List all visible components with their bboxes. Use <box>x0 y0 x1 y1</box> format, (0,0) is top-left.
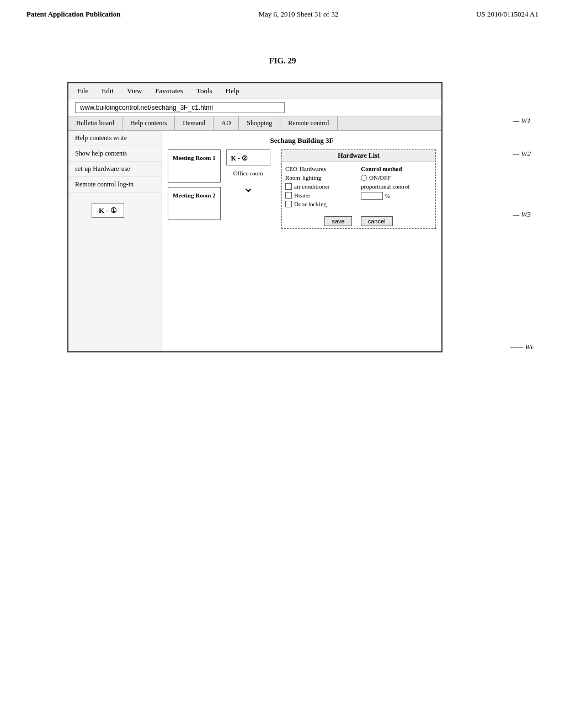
toolbar-demand[interactable]: Demand <box>175 116 214 130</box>
room-label: Room <box>285 174 300 181</box>
heater-checkbox[interactable] <box>285 192 292 199</box>
toolbar-bar: Bulletin board Help contents Demand AD S… <box>68 116 441 131</box>
on-off-label: ON/OFF <box>369 174 391 181</box>
hardware-buttons: save cancel <box>282 216 435 228</box>
address-bar-row <box>68 99 441 116</box>
toolbar-remote-control[interactable]: Remote control <box>280 116 337 130</box>
center-column: K - ② Office room ⌄ <box>226 149 270 194</box>
browser-window: File Edit View Favorates Tools Help Bull… <box>67 82 443 352</box>
dropdown-show-help[interactable]: Show help contents <box>68 146 162 162</box>
proportional-label: proportional control <box>361 183 432 190</box>
cancel-button[interactable]: cancel <box>361 216 393 226</box>
ac-checkbox[interactable] <box>285 183 292 190</box>
k1-box: K - ① <box>92 204 124 218</box>
w1-annotation: — W1 <box>513 115 531 125</box>
main-content: Help contents write Show help contents s… <box>68 131 441 351</box>
dropdown-remote-login[interactable]: Remote control log-in <box>68 177 162 192</box>
w2-annotation: — W2 <box>513 148 531 158</box>
menu-bar: File Edit View Favorates Tools Help <box>68 83 441 99</box>
toolbar-bulletin-board[interactable]: Bulletin board <box>68 116 122 130</box>
percent-input[interactable] <box>361 192 383 200</box>
sheet-info: May 6, 2010 Sheet 31 of 32 <box>258 10 338 19</box>
room-label-row: Room lighting <box>285 174 356 181</box>
hardware-popup-body: CEO Hardwares Room lighting <box>282 162 435 213</box>
ceo-label: CEO <box>285 165 297 172</box>
toolbar-shopping[interactable]: Shopping <box>239 116 280 130</box>
publication-label: Patent Application Publication <box>26 10 120 19</box>
hardware-left-panel: CEO Hardwares Room lighting <box>285 165 356 210</box>
patent-number: US 2010/0115024 A1 <box>476 10 539 19</box>
floor-layout: Meeting Room 1 Meeting Room 2 K - ② Off <box>168 149 436 293</box>
arrow-down-icon: ⌄ <box>243 181 254 194</box>
toolbar-ad[interactable]: AD <box>214 116 239 130</box>
proportional-row: proportional control % <box>361 183 432 200</box>
address-input[interactable] <box>75 102 285 113</box>
office-label: Office room <box>233 168 263 179</box>
on-off-radio[interactable] <box>361 175 367 181</box>
building-label: Sechang Building 3F <box>168 136 436 145</box>
percent-sign: % <box>385 192 390 199</box>
on-off-row: ON/OFF <box>361 174 432 181</box>
meeting-room-1-label: Meeting Room 1 <box>173 154 216 161</box>
content-area: Sechang Building 3F Meeting Room 1 Meeti… <box>162 131 441 351</box>
ceo-room-row: CEO Hardwares <box>285 165 356 172</box>
heater-row: Heater <box>285 192 356 199</box>
control-method-label: Control method <box>361 165 432 172</box>
toolbar-help-contents[interactable]: Help contents <box>122 116 175 130</box>
hardwares-label: Hardwares <box>300 165 326 172</box>
hardware-list-title: Hardware List <box>282 150 435 162</box>
k2-box: K - ② <box>226 149 270 165</box>
dropdown-help-write[interactable]: Help contents write <box>68 131 162 146</box>
dropdown-panel: Help contents write Show help contents s… <box>68 131 162 351</box>
diagram-container: File Edit View Favorates Tools Help Bull… <box>0 82 565 352</box>
heater-label: Heater <box>294 192 310 199</box>
menu-view[interactable]: View <box>127 87 142 95</box>
menu-tools[interactable]: Tools <box>196 87 212 95</box>
ac-row: air conditioner <box>285 183 356 190</box>
meeting-room-2-box: Meeting Room 2 <box>168 187 221 220</box>
w3-annotation: — W3 <box>513 209 531 219</box>
hardware-popup: Hardware List CEO Hardwares Room <box>281 149 436 229</box>
page-header: Patent Application Publication May 6, 20… <box>0 0 565 23</box>
ac-label: air conditioner <box>294 183 329 190</box>
door-label: Door-locking <box>294 201 327 207</box>
menu-help[interactable]: Help <box>226 87 239 95</box>
k2-label: K - ② <box>231 154 265 163</box>
menu-edit[interactable]: Edit <box>102 87 114 95</box>
figure-label: FIG. 29 <box>0 56 565 66</box>
lighting-label: lighting <box>302 174 321 181</box>
dropdown-setup-hardware[interactable]: set-up Hardware-use <box>68 162 162 177</box>
meeting-room-2-label: Meeting Room 2 <box>173 192 216 199</box>
menu-file[interactable]: File <box>77 87 88 95</box>
door-checkbox[interactable] <box>285 201 292 207</box>
hardware-right-panel: Control method ON/OFF proportional contr… <box>361 165 432 210</box>
save-button[interactable]: save <box>324 216 351 226</box>
menu-favorates[interactable]: Favorates <box>155 87 183 95</box>
meeting-room-1-box: Meeting Room 1 <box>168 149 221 183</box>
door-row: Door-locking <box>285 201 356 207</box>
wc-annotation: —— Wc <box>510 341 534 351</box>
left-rooms: Meeting Room 1 Meeting Room 2 <box>168 149 221 220</box>
